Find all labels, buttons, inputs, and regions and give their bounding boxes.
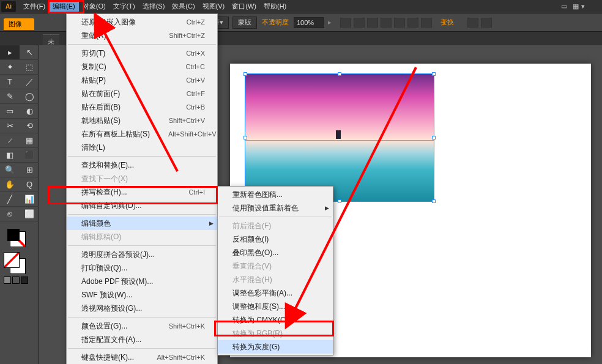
menu-编辑(E)[interactable]: 编辑(E) — [49, 1, 79, 12]
tool-18[interactable]: ✋ — [0, 177, 20, 192]
edit-menu-item-7[interactable]: 贴在后面(B)Ctrl+B — [67, 100, 217, 114]
edit-menu-item-22[interactable]: Adobe PDF 预设(M)... — [67, 275, 217, 288]
color-submenu-item-3: 前后混合(F) — [218, 219, 333, 232]
menu-文字(T)[interactable]: 文字(T) — [110, 1, 139, 12]
tool-23[interactable]: ⬜ — [20, 207, 39, 221]
edit-menu-item-18: 编辑原稿(O) — [67, 230, 217, 243]
color-submenu-item-10[interactable]: 转换为 CMYK(C) — [218, 313, 333, 327]
menu-效果(C)[interactable]: 效果(C) — [168, 1, 198, 12]
tool-15[interactable]: ⬛ — [20, 148, 39, 163]
edit-menu-item-29[interactable]: 键盘快捷键(K)...Alt+Shift+Ctrl+K — [67, 351, 217, 364]
tool-6[interactable]: ✎ — [0, 89, 20, 104]
tool-5[interactable]: ／ — [20, 75, 39, 89]
tool-20[interactable]: ╱ — [0, 192, 20, 207]
color-submenu-item-4[interactable]: 反相颜色(I) — [218, 232, 333, 246]
edit-menu-item-21[interactable]: 打印预设(Q)... — [67, 261, 217, 275]
menu-文件(F)[interactable]: 文件(F) — [20, 1, 49, 12]
edit-menu-item-17[interactable]: 编辑颜色▶ — [67, 217, 217, 230]
tool-1[interactable]: ↖ — [20, 45, 39, 60]
color-submenu-item-8[interactable]: 调整色彩平衡(A)... — [218, 286, 333, 300]
edit-menu-item-14[interactable]: 拼写检查(H)...Ctrl+I — [67, 185, 217, 199]
tool-2[interactable]: ✦ — [0, 60, 20, 75]
edit-menu-item-20[interactable]: 透明度拼合器预设(J)... — [67, 248, 217, 261]
edit-menu-item-10[interactable]: 清除(L) — [67, 141, 217, 154]
arrange-icon[interactable]: ▦ ▾ — [573, 2, 585, 12]
tool-9[interactable]: ◐ — [20, 104, 39, 119]
color-submenu-item-0[interactable]: 重新着色图稿... — [218, 188, 333, 201]
tool-13[interactable]: ▦ — [20, 133, 39, 148]
menu-选择(S)[interactable]: 选择(S) — [139, 1, 169, 12]
menu-视图(V)[interactable]: 视图(V) — [199, 1, 229, 12]
tool-21[interactable]: 📊 — [20, 192, 39, 207]
edit-menu-item-24[interactable]: 透视网格预设(G)... — [67, 302, 217, 315]
edit-menu-item-6[interactable]: 贴在前面(F)Ctrl+F — [67, 87, 217, 100]
edit-menu-item-9[interactable]: 在所有画板上粘贴(S)Alt+Shift+Ctrl+V — [67, 127, 217, 141]
placed-image[interactable] — [245, 73, 434, 202]
tool-4[interactable]: T — [0, 75, 20, 89]
transform-button[interactable]: 变换 — [436, 17, 459, 29]
edit-menu-item-4[interactable]: 复制(C)Ctrl+C — [67, 60, 217, 73]
color-swatches[interactable] — [0, 221, 39, 288]
search-icon[interactable] — [587, 2, 600, 12]
edit-menu-item-27[interactable]: 指定配置文件(A)... — [67, 333, 217, 346]
align-icons[interactable] — [340, 18, 432, 28]
tool-22[interactable]: ⎋ — [0, 207, 20, 221]
color-submenu-item-12[interactable]: 转换为灰度(G) — [218, 340, 333, 354]
opacity-input[interactable] — [294, 17, 324, 28]
workspace-icon[interactable]: ▭ — [558, 2, 570, 12]
app-logo: Ai — [1, 1, 16, 12]
edit-menu-item-0[interactable]: 还原(U)嵌入图像Ctrl+Z — [67, 15, 217, 29]
edit-menu-item-3[interactable]: 剪切(T)Ctrl+X — [67, 46, 217, 60]
tool-19[interactable]: Q — [20, 177, 39, 192]
tool-12[interactable]: ⟋ — [0, 133, 20, 148]
tool-10[interactable]: ✂ — [0, 119, 20, 133]
image-strip-tab[interactable]: 图像 — [4, 18, 34, 30]
menu-窗口(W)[interactable]: 窗口(W) — [228, 1, 260, 12]
edit-menu-item-8[interactable]: 就地粘贴(S)Shift+Ctrl+V — [67, 114, 217, 127]
tool-8[interactable]: ▭ — [0, 104, 20, 119]
color-submenu-item-6: 垂直混合(V) — [218, 259, 333, 273]
edit-menu-item-12[interactable]: 查找和替换(E)... — [67, 158, 217, 172]
tool-11[interactable]: ⟲ — [20, 119, 39, 133]
edit-menu-item-13: 查找下一个(X) — [67, 172, 217, 185]
tool-0[interactable]: ▸ — [0, 45, 20, 60]
menu-帮助(H)[interactable]: 帮助(H) — [260, 1, 290, 12]
edit-menu-item-1[interactable]: 重做(R)Shift+Ctrl+Z — [67, 29, 217, 42]
toolbox: ▸↖✦⬚T／✎◯▭◐✂⟲⟋▦◧⬛🔍⊞✋Q╱📊⎋⬜ — [0, 45, 39, 364]
tool-16[interactable]: 🔍 — [0, 163, 20, 177]
menubar: Ai 文件(F)编辑(E)对象(O)文字(T)选择(S)效果(C)视图(V)窗口… — [0, 0, 602, 13]
color-submenu-item-1[interactable]: 使用预设值重新着色▶ — [218, 201, 333, 215]
color-submenu-item-7: 水平混合(H) — [218, 273, 333, 286]
edit-menu-item-15[interactable]: 编辑自定词典(D)... — [67, 199, 217, 212]
color-submenu-item-5[interactable]: 叠印黑色(O)... — [218, 246, 333, 259]
tool-14[interactable]: ◧ — [0, 148, 20, 163]
edit-menu-item-26[interactable]: 颜色设置(G)...Shift+Ctrl+K — [67, 319, 217, 333]
color-submenu-item-9[interactable]: 调整饱和度(S)... — [218, 300, 333, 313]
tool-7[interactable]: ◯ — [20, 89, 39, 104]
edit-menu: 还原(U)嵌入图像Ctrl+Z重做(R)Shift+Ctrl+Z剪切(T)Ctr… — [66, 13, 218, 364]
tool-17[interactable]: ⊞ — [20, 163, 39, 177]
opacity-label: 不透明度 — [261, 18, 290, 27]
edit-menu-item-23[interactable]: SWF 预设(W)... — [67, 288, 217, 302]
mask-button[interactable]: 蒙版 — [232, 17, 257, 29]
edit-menu-item-5[interactable]: 粘贴(P)Ctrl+V — [67, 73, 217, 87]
edit-colors-submenu: 重新着色图稿...使用预设值重新着色▶前后混合(F)反相颜色(I)叠印黑色(O)… — [217, 186, 333, 355]
menu-对象(O)[interactable]: 对象(O) — [79, 1, 110, 12]
tool-3[interactable]: ⬚ — [20, 60, 39, 75]
color-submenu-item-11: 转换为 RGB(R) — [218, 327, 333, 340]
